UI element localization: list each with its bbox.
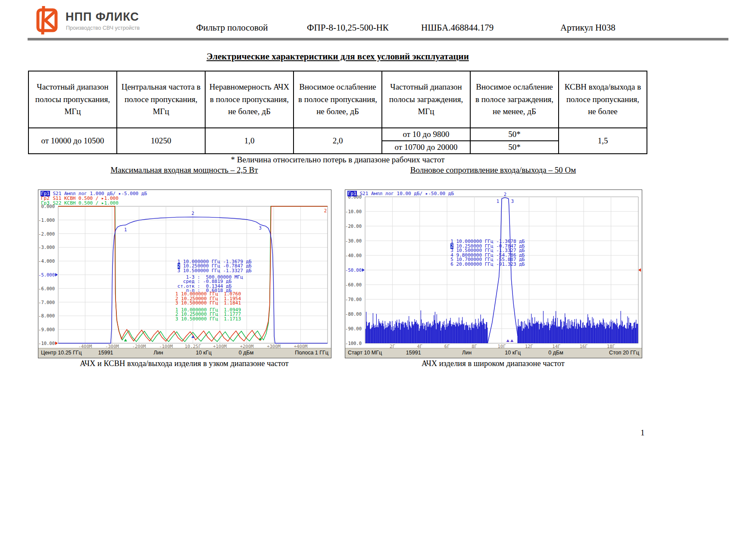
y-axis-label: -100.0: [345, 341, 362, 346]
status-item: Лин: [153, 350, 163, 356]
svg-text:3: 3: [511, 199, 514, 204]
legend-row: Гр3 S22 КСВН 0.500 / ▸1.000: [41, 201, 147, 205]
legend-row: Гр1 S21 Ампл лог 10.00 дБ/ ▸-50.00 дБ: [347, 191, 454, 196]
y-axis-label: -30.00: [345, 239, 362, 243]
status-item: Центр 10.25 ГГц: [41, 350, 82, 356]
y-axis-label: -3.000: [38, 245, 55, 250]
logo-subtitle: Производство СВЧ устройств: [66, 25, 140, 31]
y-axis-label: -20.00: [345, 224, 362, 229]
marker-readout: 1 10.000000 ГГц -1.3679 дБ2 10.250000 ГГ…: [178, 260, 252, 293]
vna-legend: Гр1 S21 Ампл лог 10.00 дБ/ ▸-50.00 дБ: [347, 191, 454, 196]
svg-text:1: 1: [497, 199, 499, 204]
logo-icon: [34, 6, 61, 34]
y-axis-label: -9.000: [38, 327, 55, 332]
y-axis-label: -7.000: [38, 300, 55, 305]
status-item: Полоса 1 ГГц: [295, 350, 328, 356]
note-impedance: Волновое сопротивление входа/выхода – 50…: [345, 165, 641, 175]
y-axis-label: -60.00: [345, 283, 362, 287]
y-axis-label: -10.00: [345, 209, 362, 214]
status-item: 15991: [406, 350, 421, 356]
table-header-stopband: Частотный диапазон полосы заграждения, М…: [382, 71, 470, 128]
table-header-center-freq: Центральная частота в полосе пропускания…: [117, 71, 205, 128]
svg-text:2: 2: [504, 192, 506, 197]
y-axis-label: -2.000: [38, 232, 55, 236]
cell-stopband-att-1: 50*: [470, 128, 559, 141]
header-product-type: Фильтр полосовой: [196, 22, 268, 33]
vna-status-bar: Центр 10.25 ГГц15991Лин10 кГц0 дБмПолоса…: [38, 348, 331, 358]
cell-center-freq: 10250: [117, 128, 205, 154]
vna-screenshot-wideband: Гр1 S21 Ампл лог 10.00 дБ/ ▸-50.00 дБ213…: [345, 189, 642, 358]
marker-row: 3 10.500000 ГГц -1.3327 дБ: [178, 269, 252, 273]
y-axis-label: -8.000: [38, 314, 55, 318]
y-axis-label: -40.00: [345, 253, 362, 258]
header-rule: [28, 38, 728, 40]
y-axis-label: -70.00: [345, 297, 362, 302]
svg-text:1: 1: [124, 227, 127, 232]
status-item: 0 дБм: [548, 350, 563, 356]
marker-readout: 1 10.000000 ГГц -1.3678 дБ2 10.250000 ГГ…: [450, 239, 525, 267]
table-header-passband: Частотный диапазон полосы пропускания, М…: [28, 71, 117, 128]
cell-flatness: 1,0: [205, 128, 294, 154]
y-axis-label: -1.000: [38, 218, 55, 223]
marker-readout: 1 10.000000 ГГц 1.07602 10.250000 ГГц 1.…: [175, 292, 241, 306]
table-header-row: Частотный диапазон полосы пропускания, М…: [28, 71, 647, 128]
vna-plot: 213: [345, 190, 642, 348]
svg-text:3: 3: [259, 225, 262, 230]
vna-screenshot-narrowband: Гр1 S21 Ампл лог 1.000 дБ/ ▸-5.000 дБГр2…: [38, 189, 331, 358]
table-footnote: * Величина относительно потерь в диапазо…: [28, 155, 647, 165]
table-header-flatness: Неравномерность АЧХ в полосе пропускания…: [205, 71, 294, 128]
cell-insertion-loss: 2,0: [294, 128, 382, 154]
cell-vswr: 1,5: [559, 128, 647, 154]
note-max-power: Максимальная входная мощность – 2,5 Вт: [38, 165, 331, 175]
status-item: 10 кГц: [505, 350, 521, 356]
y-axis-label: -6.000: [38, 286, 55, 291]
spec-table: Частотный диапазон полосы пропускания, М…: [28, 71, 647, 154]
vna-legend: Гр1 S21 Ампл лог 1.000 дБ/ ▸-5.000 дБГр2…: [41, 191, 147, 205]
page-title: Электрические характеристики для всех ус…: [28, 51, 647, 62]
cell-stopband-2: от 10700 до 20000: [382, 141, 470, 154]
status-item: Лин: [462, 350, 472, 356]
table-header-vswr: КСВН входа/выхода в полосе пропускания, …: [559, 71, 647, 128]
header-part-number: ФПР-8-10,25-500-НК: [307, 22, 389, 33]
y-axis-label: -10.00: [38, 341, 55, 346]
table-header-stopband-att: Вносимое ослабление в полосе заграждения…: [470, 71, 559, 128]
marker-row: 3 10.500000 ГГц 1.1841: [175, 301, 241, 306]
y-axis-label: -80.00: [345, 312, 362, 317]
table-row: от 10000 до 10500 10250 1,0 2,0 от 10 до…: [28, 128, 647, 141]
page-number: 1: [640, 428, 645, 438]
status-item: 0 дБм: [239, 350, 254, 356]
y-axis-label: -5.000: [38, 273, 55, 277]
table-header-insertion-loss: Вносимое ослабление в полосе пропускания…: [294, 71, 382, 128]
status-item: 15991: [98, 350, 113, 356]
cell-passband: от 10000 до 10500: [28, 128, 117, 154]
header-article: Артикул Н038: [560, 22, 615, 33]
y-axis-label: -90.00: [345, 326, 362, 331]
marker-row: 6 20.000000 ГГц -91.323 дБ: [450, 262, 525, 267]
vna-status-bar: Старт 10 МГц15991Лин10 кГц0 дБмСтоп 20 Г…: [345, 348, 642, 358]
y-axis-label: -50.00: [345, 268, 362, 273]
logo-title: НПП ФЛИКС: [66, 10, 139, 24]
y-axis-label: -4.000: [38, 259, 55, 264]
cell-stopband-1: от 10 до 9800: [382, 128, 470, 141]
chart-caption-left: АЧХ и КСВН входа/выхода изделия в узком …: [38, 359, 331, 368]
svg-text:2: 2: [324, 208, 327, 213]
status-item: Старт 10 МГц: [348, 350, 382, 356]
cell-stopband-att-2: 50*: [470, 141, 559, 154]
marker-row: 3 10.500000 ГГц 1.1713: [175, 317, 241, 322]
status-item: 10 кГц: [196, 350, 212, 356]
svg-text:2: 2: [191, 211, 194, 216]
marker-readout: 1 10.000000 ГГц 1.09492 10.250000 ГГц 1.…: [175, 308, 241, 322]
chart-caption-right: АЧХ изделия в широком диапазоне частот: [345, 359, 641, 368]
header-doc-number: НШБА.468844.179: [421, 22, 494, 33]
status-item: Стоп 20 ГГц: [609, 350, 639, 356]
page: { "header": { "logo_title": "НПП ФЛИКС",…: [0, 0, 756, 534]
